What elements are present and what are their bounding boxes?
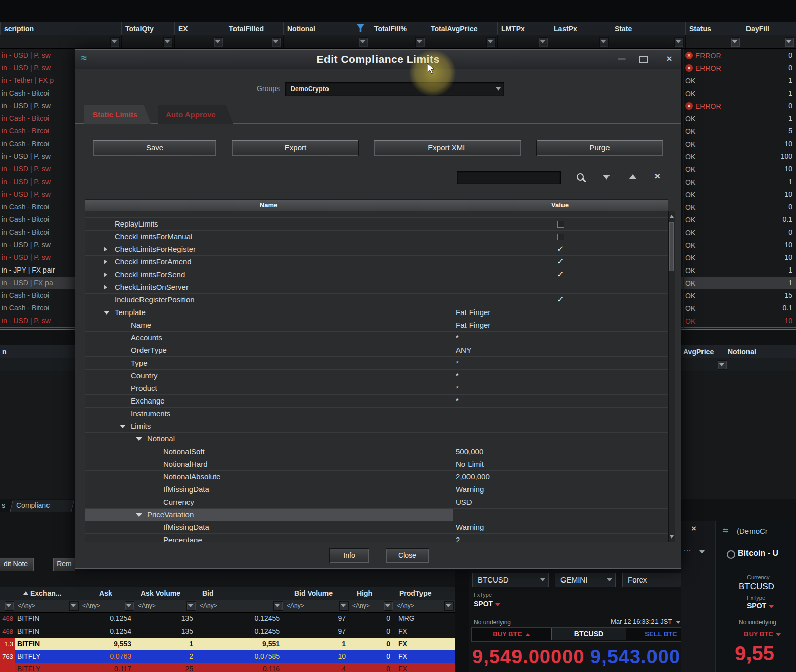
- column-header-exchan[interactable]: Exchan...: [30, 587, 61, 600]
- remove-button[interactable]: Rem: [53, 557, 76, 572]
- groups-dropdown[interactable]: DemoCrypto: [285, 82, 504, 96]
- clear-search-icon[interactable]: ×: [654, 171, 660, 182]
- column-header-state[interactable]: State: [611, 22, 689, 35]
- column-header-scription[interactable]: scription: [0, 22, 125, 35]
- button-export-xml[interactable]: Export XML: [374, 140, 521, 156]
- column-header-prodtype[interactable]: ProdType: [399, 587, 432, 600]
- quote-row[interactable]: 763BITFLY0.076320.07585100FX: [0, 650, 455, 663]
- filter-dropdown-icon[interactable]: [125, 601, 134, 611]
- buy-button[interactable]: BUY BTC: [472, 628, 551, 640]
- column-header-totalqty[interactable]: TotalQty: [121, 22, 178, 35]
- tree-row-template[interactable]: TemplateFat Finger: [85, 306, 668, 319]
- collapse-icon[interactable]: [136, 513, 142, 517]
- search-input[interactable]: [457, 171, 561, 184]
- tree-row-checklimitsforsend[interactable]: CheckLimitsForSend✓: [85, 268, 668, 281]
- filter-dropdown-icon[interactable]: [415, 37, 425, 47]
- scrollbar-thumb[interactable]: [669, 222, 674, 271]
- quote-row[interactable]: BITFLY0.117250.11640FX: [0, 663, 455, 672]
- scroll-down-icon[interactable]: [670, 535, 674, 539]
- filter-dropdown-icon[interactable]: [163, 37, 173, 47]
- collapse-icon[interactable]: [104, 311, 110, 315]
- filter-dropdown-icon[interactable]: [718, 360, 727, 370]
- edit-note-button[interactable]: dit Note: [0, 557, 34, 572]
- quote-row[interactable]: 468BITFIN0.12541350.12455970MRG: [0, 612, 455, 625]
- expand-icon[interactable]: [104, 247, 107, 252]
- button-export[interactable]: Export: [232, 140, 359, 156]
- tree-row-notional[interactable]: Notional: [85, 433, 668, 445]
- tree-row-notionalabsolute[interactable]: NotionalAbsolute2,000,000: [85, 471, 668, 483]
- column-header-value[interactable]: Value: [452, 199, 668, 211]
- button-save[interactable]: Save: [93, 140, 216, 156]
- checkbox[interactable]: [557, 234, 564, 240]
- filter-dropdown-icon[interactable]: [359, 37, 368, 47]
- tree-row-name[interactable]: NameFat Finger: [85, 319, 668, 332]
- filter-dropdown-icon[interactable]: [110, 37, 120, 47]
- filter-dropdown-icon[interactable]: [599, 37, 609, 47]
- column-header-dayfill[interactable]: DayFill: [742, 22, 796, 35]
- tree-row-type[interactable]: Type*: [85, 357, 668, 370]
- maximize-button[interactable]: [639, 56, 648, 63]
- tree-row-ordertype[interactable]: OrderTypeANY: [85, 344, 668, 357]
- tree-row-ifmissingdata[interactable]: IfMissingDataWarning: [85, 483, 668, 496]
- filter-dropdown-icon[interactable]: [273, 601, 283, 611]
- column-header-ask-volume[interactable]: Ask Volume: [141, 587, 180, 600]
- buy-price[interactable]: 9,55: [735, 642, 774, 665]
- collapse-icon[interactable]: [120, 425, 126, 428]
- column-header-bid-volume[interactable]: Bid Volume: [294, 587, 333, 600]
- tree-row-includeregisterposition[interactable]: IncludeRegisterPosition✓: [85, 294, 668, 306]
- filter-dropdown-icon[interactable]: [69, 601, 79, 611]
- expand-icon[interactable]: [104, 259, 107, 264]
- close-icon[interactable]: ×: [691, 524, 696, 534]
- filter-dropdown-icon[interactable]: [444, 601, 454, 611]
- column-header-lastpx[interactable]: LastPx: [550, 22, 615, 35]
- symbol-dropdown[interactable]: BTCUSD: [472, 573, 549, 587]
- filter-dropdown-icon[interactable]: [5, 601, 14, 611]
- filter-dropdown-icon[interactable]: [731, 37, 740, 47]
- expand-icon[interactable]: [104, 285, 107, 290]
- more-options-icon[interactable]: …: [683, 544, 691, 553]
- buy-button[interactable]: BUY BTC: [744, 630, 781, 638]
- scroll-up-icon[interactable]: [670, 215, 674, 218]
- tree-row-checklimitsformanual[interactable]: CheckLimitsForManual: [85, 231, 668, 243]
- column-header-status[interactable]: Status: [685, 22, 746, 35]
- tree-row-ifmissingdata[interactable]: IfMissingDataWarning: [85, 521, 668, 534]
- filter-dropdown-icon[interactable]: [785, 37, 794, 47]
- expand-icon[interactable]: [104, 272, 107, 277]
- tree-row-checklimitsonserver[interactable]: CheckLimitsOnServer: [85, 281, 668, 294]
- column-header-totalfill[interactable]: TotalFill%: [370, 22, 431, 35]
- tree-row-replaylimits[interactable]: ReplayLimits: [85, 218, 668, 231]
- tab-static-limits[interactable]: Static Limits: [84, 105, 151, 124]
- quote-row[interactable]: 1.3BITFIN9,55319,55110FX: [0, 638, 455, 650]
- fxtype-dropdown[interactable]: SPOT: [474, 600, 500, 608]
- close-dialog-button[interactable]: Close: [386, 548, 429, 563]
- filter-dropdown-icon[interactable]: [214, 37, 223, 47]
- column-header-ask[interactable]: Ask: [99, 587, 112, 600]
- tree-row-accounts[interactable]: Accounts*: [85, 332, 668, 344]
- button-purge[interactable]: Purge: [536, 140, 663, 156]
- tab-auto-approve[interactable]: Auto Approve: [158, 105, 233, 124]
- column-header-high[interactable]: High: [357, 587, 372, 600]
- tree-row-limits[interactable]: Limits: [85, 420, 668, 433]
- tree-row-currency[interactable]: CurrencyUSD: [85, 496, 668, 509]
- tree-row-checklimitsforregister[interactable]: CheckLimitsForRegister✓: [85, 243, 668, 256]
- column-header-totalfilled[interactable]: TotalFilled: [225, 22, 287, 35]
- close-button[interactable]: ×: [662, 51, 677, 66]
- filter-dropdown-icon[interactable]: [186, 601, 196, 611]
- tree-row-product[interactable]: Product*: [85, 382, 668, 395]
- info-button[interactable]: Info: [329, 548, 369, 563]
- column-header-ex[interactable]: EX: [174, 22, 229, 35]
- column-header-totalavgprice[interactable]: TotalAvgPrice: [427, 22, 501, 35]
- tree-row-pricevariation[interactable]: PriceVariation: [85, 509, 668, 521]
- quote-row[interactable]: 468BITFIN0.12541350.12455970FX: [0, 625, 455, 638]
- tree-row-country[interactable]: Country*: [85, 370, 668, 382]
- filter-dropdown-icon[interactable]: [272, 37, 282, 47]
- filter-dropdown-icon[interactable]: [539, 37, 548, 47]
- column-header-name[interactable]: Name: [85, 199, 452, 211]
- fxtype-dropdown[interactable]: SPOT: [747, 602, 774, 610]
- find-next-icon[interactable]: [603, 175, 610, 180]
- tree-row-checklimitsforamend[interactable]: CheckLimitsForAmend✓: [85, 256, 668, 268]
- find-previous-icon[interactable]: [629, 174, 636, 179]
- checkbox[interactable]: [557, 221, 564, 228]
- column-header-bid[interactable]: Bid: [202, 587, 214, 600]
- collapse-icon[interactable]: [136, 437, 142, 441]
